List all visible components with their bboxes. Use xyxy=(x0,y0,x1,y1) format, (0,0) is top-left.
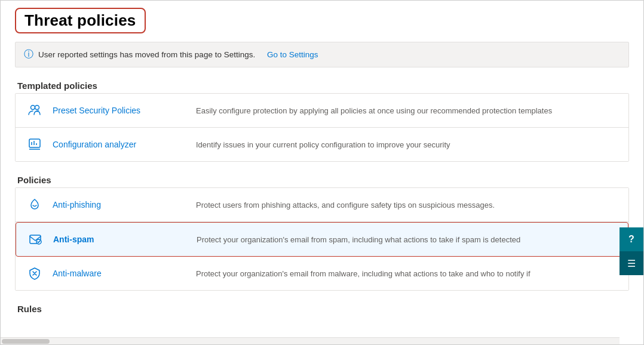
policies-list: Anti-phishing Protect users from phishin… xyxy=(15,187,629,291)
configuration-analyzer-item[interactable]: Configuration analyzer Identify issues i… xyxy=(16,128,628,161)
svg-point-0 xyxy=(31,106,35,110)
preset-security-policies-name: Preset Security Policies xyxy=(53,106,172,115)
preset-security-policies-item[interactable]: Preset Security Policies Easily configur… xyxy=(16,94,628,128)
chat-button[interactable]: ☰ xyxy=(620,251,643,275)
anti-spam-item[interactable]: Anti-spam Protect your organization's em… xyxy=(16,222,628,257)
go-to-settings-link[interactable]: Go to Settings xyxy=(267,50,318,59)
antispam-icon xyxy=(26,230,45,249)
svg-rect-2 xyxy=(29,139,40,147)
policies-heading: Policies xyxy=(15,175,629,185)
anti-spam-desc: Protect your organization's email from s… xyxy=(173,235,618,244)
policies-section: Policies Anti-phishing Protect users fro… xyxy=(15,175,629,291)
rules-heading: Rules xyxy=(15,304,629,314)
anti-malware-item[interactable]: Anti-malware Protect your organization's… xyxy=(16,257,628,290)
banner-text: User reported settings has moved from th… xyxy=(38,50,255,59)
preset-security-policies-desc: Easily configure protection by applying … xyxy=(172,106,619,115)
configuration-analyzer-name: Configuration analyzer xyxy=(53,140,172,149)
templated-policies-heading: Templated policies xyxy=(15,81,629,91)
anti-phishing-item[interactable]: Anti-phishing Protect users from phishin… xyxy=(16,188,628,222)
configuration-analyzer-desc: Identify issues in your current policy c… xyxy=(172,140,619,149)
anti-malware-name: Anti-malware xyxy=(53,269,172,278)
right-panel: ? ☰ xyxy=(620,227,643,275)
analyzer-icon xyxy=(25,135,44,154)
main-content: Threat policies ⓘ User reported settings… xyxy=(1,1,643,344)
antiphishing-icon xyxy=(25,195,44,214)
antispam-svg-icon xyxy=(28,232,42,247)
preset-svg-icon xyxy=(27,103,42,118)
templated-policies-section: Templated policies Preset Security Polic… xyxy=(15,81,629,162)
templated-policies-list: Preset Security Policies Easily configur… xyxy=(15,93,629,162)
anti-phishing-desc: Protect users from phishing attacks, and… xyxy=(172,201,619,210)
help-button[interactable]: ? xyxy=(620,227,643,251)
svg-point-1 xyxy=(35,106,39,110)
antimalware-icon xyxy=(25,264,44,283)
anti-spam-name: Anti-spam xyxy=(53,235,173,244)
anti-phishing-name: Anti-phishing xyxy=(53,200,172,210)
page-title: Threat policies xyxy=(15,8,629,42)
antiphishing-svg-icon xyxy=(27,198,42,212)
info-icon: ⓘ xyxy=(24,48,33,61)
anti-malware-desc: Protect your organization's email from m… xyxy=(172,269,619,278)
analyzer-svg-icon xyxy=(27,137,42,152)
rules-section: Rules xyxy=(15,304,629,314)
info-banner: ⓘ User reported settings has moved from … xyxy=(15,42,629,67)
antimalware-svg-icon xyxy=(27,266,42,281)
scrollbar-thumb[interactable] xyxy=(2,339,50,344)
horizontal-scrollbar[interactable] xyxy=(1,337,620,344)
preset-icon xyxy=(25,101,44,120)
